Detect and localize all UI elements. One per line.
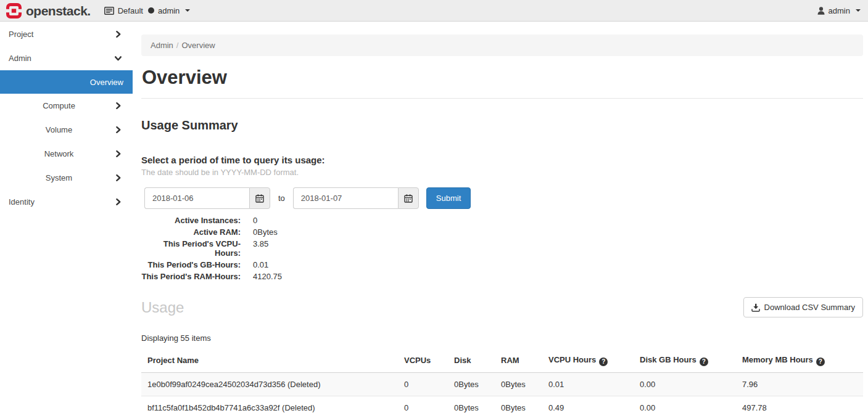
col-header-disk-gb-hours[interactable]: Disk GB Hours [634, 349, 736, 372]
col-header-vcpu-hours[interactable]: VCPU Hours [542, 349, 634, 372]
date-format-hint: The date should be in YYYY-MM-DD format. [141, 168, 863, 177]
table-row: bf11c5fa0f1b452db4b7741a6c33a92f (Delete… [141, 396, 863, 413]
stat-label: Active RAM: [141, 227, 241, 237]
sidebar-item-overview[interactable]: Overview [0, 70, 133, 94]
user-menu[interactable]: admin [817, 6, 861, 15]
download-icon [751, 303, 760, 312]
sidebar-item-label: Network [44, 149, 74, 158]
stat-label: Active Instances: [141, 216, 241, 225]
context-switcher[interactable]: Default admin [104, 6, 191, 15]
sidebar-item-network[interactable]: Network [0, 142, 133, 166]
cell-project-name: 1e0b0f99af0249cea24502034d73d356 (Delete… [141, 372, 398, 396]
table-header-row: Project Name VCPUs Disk RAM VCPU Hours D… [141, 349, 863, 372]
date-from-input[interactable] [144, 187, 249, 209]
cell-disk: 0Bytes [448, 396, 495, 413]
sidebar-item-admin[interactable]: Admin [0, 46, 133, 70]
sidebar-item-label: Project [9, 30, 33, 39]
stat-label: This Period's VCPU-Hours: [141, 239, 241, 258]
chevron-right-icon [114, 150, 122, 158]
cell-ram: 0Bytes [495, 372, 542, 396]
sidebar-item-compute[interactable]: Compute [0, 94, 133, 118]
project-icon [148, 7, 154, 14]
stat-value: 0Bytes [253, 227, 863, 237]
chevron-down-icon [114, 54, 122, 62]
domain-icon [104, 7, 114, 15]
date-to-calendar-button[interactable] [398, 187, 419, 209]
cell-ram: 0Bytes [495, 396, 542, 413]
stat-value: 3.85 [253, 239, 863, 258]
usage-summary-heading: Usage Summary [141, 118, 863, 133]
usage-table: Project Name VCPUs Disk RAM VCPU Hours D… [141, 349, 863, 413]
sidebar-item-label: Admin [9, 54, 31, 63]
sidebar-nav: Project Admin Overview Compute Volume [0, 22, 133, 413]
caret-down-icon [185, 9, 190, 12]
caret-down-icon [856, 9, 861, 12]
items-count: Displaying 55 items [141, 333, 863, 343]
sidebar-item-volume[interactable]: Volume [0, 118, 133, 142]
cell-disk-gb-hours: 0.00 [634, 372, 736, 396]
sidebar-item-label: Overview [90, 78, 123, 87]
sidebar-item-label: Identity [9, 197, 35, 206]
date-from-calendar-button[interactable] [249, 187, 270, 209]
stat-value: 0 [253, 216, 863, 225]
cell-memory-mb-hours: 497.78 [736, 396, 863, 413]
col-header-project-name[interactable]: Project Name [141, 349, 398, 372]
brand-text: openstack. [26, 4, 91, 17]
cell-vcpu-hours: 0.01 [542, 372, 634, 396]
chevron-right-icon [114, 30, 122, 38]
usage-period-form: to [144, 187, 863, 209]
cell-project-name: bf11c5fa0f1b452db4b7741a6c33a92f (Delete… [141, 396, 398, 413]
sidebar-item-identity[interactable]: Identity [0, 190, 133, 214]
stat-value: 0.01 [253, 260, 863, 269]
stat-label: This Period's GB-Hours: [141, 260, 241, 269]
sidebar-item-system[interactable]: System [0, 166, 133, 190]
sidebar-item-label: Volume [46, 125, 72, 134]
col-header-vcpus[interactable]: VCPUs [398, 349, 448, 372]
title-divider [141, 98, 863, 99]
help-icon[interactable] [599, 358, 608, 366]
download-csv-button[interactable]: Download CSV Summary [743, 297, 863, 317]
help-icon[interactable] [816, 358, 825, 366]
breadcrumb-current: Overview [181, 41, 215, 50]
download-csv-label: Download CSV Summary [764, 303, 855, 312]
breadcrumb-separator: / [176, 41, 179, 50]
calendar-icon [255, 194, 264, 203]
date-from-group [144, 187, 270, 209]
cell-memory-mb-hours: 7.96 [736, 372, 863, 396]
chevron-right-icon [114, 102, 122, 110]
submit-button[interactable]: Submit [426, 187, 471, 209]
stat-label: This Period's RAM-Hours: [141, 272, 241, 281]
top-navbar: openstack. Default admin admin [0, 0, 868, 22]
usage-heading: Usage [141, 299, 184, 316]
usage-section-header: Usage Download CSV Summary [141, 297, 863, 317]
select-period-label: Select a period of time to query its usa… [141, 155, 863, 165]
col-header-disk[interactable]: Disk [448, 349, 495, 372]
chevron-right-icon [114, 126, 122, 134]
chevron-right-icon [114, 198, 122, 206]
col-header-memory-mb-hours[interactable]: Memory MB Hours [736, 349, 863, 372]
cell-vcpu-hours: 0.49 [542, 396, 634, 413]
page-title: Overview [142, 67, 863, 89]
help-icon[interactable] [700, 358, 708, 366]
chevron-right-icon [114, 174, 122, 182]
breadcrumb-admin[interactable]: Admin [151, 41, 173, 50]
cell-vcpus: 0 [398, 372, 448, 396]
date-to-input[interactable] [293, 187, 398, 209]
table-row: 1e0b0f99af0249cea24502034d73d356 (Delete… [141, 372, 863, 396]
calendar-icon [404, 194, 413, 203]
user-label: admin [829, 6, 850, 15]
cell-disk: 0Bytes [448, 372, 495, 396]
usage-summary-stats: Active Instances: 0 Active RAM: 0Bytes T… [141, 216, 863, 281]
col-header-ram[interactable]: RAM [495, 349, 542, 372]
domain-label: Default [118, 6, 143, 15]
openstack-logo-icon [6, 3, 22, 18]
date-to-group [293, 187, 419, 209]
sidebar-item-label: Compute [43, 101, 75, 110]
sidebar-item-label: System [46, 173, 72, 182]
cell-vcpus: 0 [398, 396, 448, 413]
breadcrumb: Admin/Overview [141, 35, 863, 56]
project-label: admin [158, 6, 180, 15]
openstack-brand[interactable]: openstack. [6, 3, 91, 18]
sidebar-item-project[interactable]: Project [0, 22, 133, 46]
stat-value: 4120.75 [253, 272, 863, 281]
